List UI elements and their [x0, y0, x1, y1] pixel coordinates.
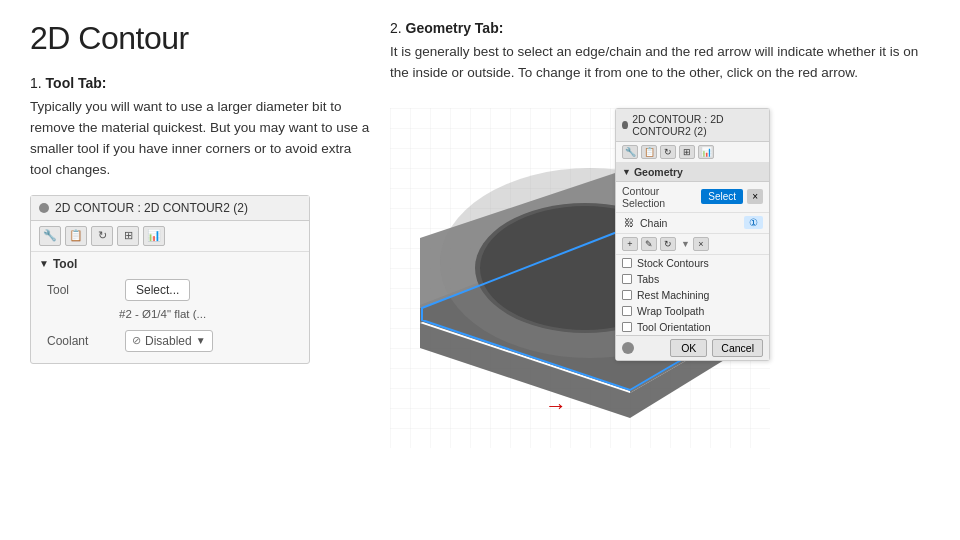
tool-panel: 2D CONTOUR : 2D CONTOUR2 (2) 🔧 📋 ↻ ⊞ 📊 ▼…: [30, 195, 310, 364]
tool-panel-header: 2D CONTOUR : 2D CONTOUR2 (2): [31, 196, 309, 221]
tool-row: Tool Select...: [31, 274, 309, 306]
panel-toolbar: 🔧 📋 ↻ ⊞ 📊: [31, 221, 309, 252]
cad-panel-title: 2D CONTOUR : 2D CONTOUR2 (2): [632, 113, 763, 137]
tool-sub-text: #2 - Ø1/4" flat (...: [31, 306, 309, 325]
tool-orientation-checkbox[interactable]: [622, 322, 632, 332]
cad-chain-btn3[interactable]: ↻: [660, 237, 676, 251]
cad-stock-contours: Stock Contours: [616, 255, 769, 271]
cad-toolbar-icon5[interactable]: 📊: [698, 145, 714, 159]
stock-contours-checkbox[interactable]: [622, 258, 632, 268]
tool-section-label: ▼ Tool: [31, 252, 309, 274]
panel-title: 2D CONTOUR : 2D CONTOUR2 (2): [55, 201, 248, 215]
cad-wrap-toolpath: Wrap Toolpath: [616, 303, 769, 319]
panel-status-dot: [39, 203, 49, 213]
toolbar-chart-icon[interactable]: 📊: [143, 226, 165, 246]
cad-status-dot: [622, 342, 634, 354]
chain-badge: ①: [744, 216, 763, 229]
tool-select-button[interactable]: Select...: [125, 279, 190, 301]
page-title: 2D Contour: [30, 20, 370, 57]
toolbar-table-icon[interactable]: ⊞: [117, 226, 139, 246]
section1-text: Typically you will want to use a larger …: [30, 97, 370, 181]
cad-panel: 2D CONTOUR : 2D CONTOUR2 (2) 🔧 📋 ↻ ⊞ 📊 ▼…: [615, 108, 770, 361]
wrap-toolpath-checkbox[interactable]: [622, 306, 632, 316]
cad-chain-btn1[interactable]: +: [622, 237, 638, 251]
left-panel: 2D Contour 1. Tool Tab: Typically you wi…: [30, 20, 370, 520]
coolant-dropdown-arrow: ▼: [196, 335, 206, 346]
cad-tool-orientation: Tool Orientation: [616, 319, 769, 335]
tool-label: Tool: [47, 283, 117, 297]
cad-toolbar-icon2[interactable]: 📋: [641, 145, 657, 159]
rest-machining-checkbox[interactable]: [622, 290, 632, 300]
cad-panel-dot: [622, 121, 628, 129]
cad-select-button[interactable]: Select: [701, 189, 743, 204]
tabs-checkbox[interactable]: [622, 274, 632, 284]
section1-heading: 1. Tool Tab:: [30, 75, 370, 91]
toolbar-rotate-icon[interactable]: ↻: [91, 226, 113, 246]
chain-label: Chain: [640, 217, 740, 229]
cad-x-button[interactable]: ×: [747, 189, 763, 204]
coolant-row: Coolant ⊘ Disabled ▼: [31, 325, 309, 357]
toolbar-tool-icon[interactable]: 🔧: [39, 226, 61, 246]
cad-rest-machining: Rest Machining: [616, 287, 769, 303]
cad-ok-button[interactable]: OK: [670, 339, 707, 357]
svg-text:→: →: [545, 393, 567, 418]
cad-chain-row: ⛓ Chain ①: [616, 213, 769, 234]
cad-toolbar-icon3[interactable]: ↻: [660, 145, 676, 159]
cad-toolbar-icon4[interactable]: ⊞: [679, 145, 695, 159]
section2-heading: 2. Geometry Tab:: [390, 20, 930, 36]
right-panel: 2. Geometry Tab: It is generally best to…: [390, 20, 930, 520]
cad-geometry-header: ▼ Geometry: [616, 163, 769, 182]
toolbar-copy-icon[interactable]: 📋: [65, 226, 87, 246]
section2-text: It is generally best to select an edge/c…: [390, 42, 930, 84]
cad-toolbar-icon1[interactable]: 🔧: [622, 145, 638, 159]
cad-chain-toolbar: + ✎ ↻ ▼ ×: [616, 234, 769, 255]
coolant-label: Coolant: [47, 334, 117, 348]
disabled-icon: ⊘: [132, 334, 141, 347]
cad-chain-btn2[interactable]: ✎: [641, 237, 657, 251]
cad-contour-label: Contour Selection: [622, 185, 697, 209]
cad-panel-header: 2D CONTOUR : 2D CONTOUR2 (2): [616, 109, 769, 142]
cad-contour-selection-row: Contour Selection Select ×: [616, 182, 769, 213]
cad-cancel-button[interactable]: Cancel: [712, 339, 763, 357]
coolant-select[interactable]: ⊘ Disabled ▼: [125, 330, 213, 352]
cad-view: → 2D CONTOUR : 2D CONTOUR2 (2) 🔧 📋 ↻ ⊞ 📊: [390, 108, 770, 448]
cad-chain-btn4[interactable]: ×: [693, 237, 709, 251]
chain-icon: ⛓: [622, 216, 636, 230]
cad-tabs: Tabs: [616, 271, 769, 287]
cad-mini-toolbar: 🔧 📋 ↻ ⊞ 📊: [616, 142, 769, 163]
